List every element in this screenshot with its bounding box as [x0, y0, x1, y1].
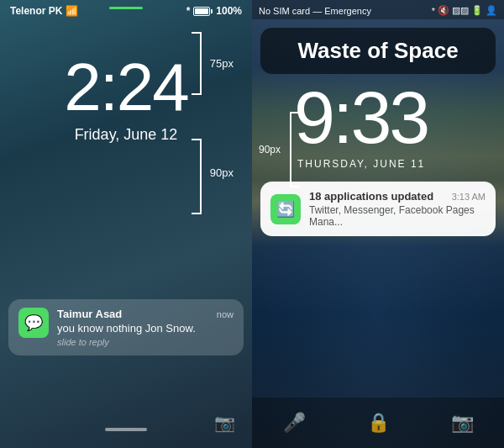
- right-brace-90: [290, 112, 300, 187]
- notif-sender: Taimur Asad: [57, 308, 122, 320]
- battery-icon-right: 🔋: [471, 5, 483, 16]
- notif-header: Taimur Asad now: [57, 308, 234, 320]
- right-notif-header: 18 applications updated 3:13 AM: [309, 190, 486, 203]
- battery-icon: [193, 7, 213, 16]
- left-date: Friday, June 12: [0, 126, 252, 144]
- wifi-icon: 📶: [66, 5, 78, 17]
- app-banner: Waste of Space: [260, 28, 496, 74]
- carrier-label: Telenor PK: [10, 5, 62, 17]
- app-title: Waste of Space: [274, 38, 482, 64]
- right-content: Waste of Space 90px 9:33 THURSDAY, JUNE …: [252, 28, 504, 236]
- right-notif-time: 3:13 AM: [452, 192, 486, 202]
- right-annotation-90: 90px: [259, 144, 281, 155]
- left-status-right: * 100%: [186, 5, 242, 17]
- no-sim-label: No SIM card — Emergency: [259, 6, 371, 16]
- message-app-icon: 💬: [18, 308, 49, 338]
- left-status-bar: Telenor PK 📶 * 100%: [0, 0, 252, 20]
- emergency-text: Emergency: [324, 6, 371, 16]
- camera-shortcut-icon[interactable]: 📷: [214, 413, 235, 433]
- right-status-icons: * 🔇 ▨▨ 🔋 👤: [432, 5, 497, 16]
- right-status-bar: No SIM card — Emergency * 🔇 ▨▨ 🔋 👤: [252, 0, 504, 19]
- notif-time: now: [217, 309, 234, 319]
- notif-message: you know nothing Jon Snow.: [57, 322, 234, 335]
- bluetooth-icon-right: *: [432, 6, 435, 16]
- separator: —: [312, 6, 324, 16]
- right-notification[interactable]: 🔄 18 applications updated 3:13 AM Twitte…: [260, 182, 496, 236]
- right-date: THURSDAY, JUNE 11: [294, 158, 504, 170]
- battery-percent: 100%: [216, 5, 242, 17]
- right-bottom-bar: 🎤 🔒 📷: [252, 398, 504, 448]
- left-phone: Telenor PK 📶 * 100% 2:24 Friday, June 12…: [0, 0, 252, 448]
- right-time: 9:33: [294, 81, 504, 155]
- brace-75: [192, 32, 202, 95]
- annotation-90px: 90px: [210, 166, 234, 179]
- left-status-left: Telenor PK 📶: [10, 5, 78, 17]
- app-store-icon: 🔄: [270, 194, 301, 224]
- right-phone: No SIM card — Emergency * 🔇 ▨▨ 🔋 👤 Waste…: [252, 0, 504, 448]
- bluetooth-icon: *: [186, 5, 191, 17]
- notification-content: Taimur Asad now you know nothing Jon Sno…: [57, 308, 234, 347]
- signal-bars: ▨▨: [452, 5, 469, 16]
- camera-icon[interactable]: 📷: [451, 412, 474, 434]
- mic-icon[interactable]: 🎤: [283, 412, 306, 434]
- notification-bubble[interactable]: 💬 Taimur Asad now you know nothing Jon S…: [8, 299, 244, 356]
- status-indicator: [109, 7, 143, 9]
- right-notif-title: 18 applications updated: [309, 190, 433, 203]
- right-notif-content: 18 applications updated 3:13 AM Twitter,…: [309, 190, 486, 228]
- avatar-icon[interactable]: 👤: [486, 5, 497, 16]
- no-sim-text: No SIM card: [259, 6, 310, 16]
- right-notif-message: Twitter, Messenger, Facebook Pages Mana.…: [309, 204, 486, 228]
- annotation-75px: 75px: [210, 57, 234, 70]
- volume-icon: 🔇: [438, 5, 449, 16]
- notif-reply-hint: slide to reply: [57, 337, 234, 347]
- lock-icon[interactable]: 🔒: [367, 412, 390, 434]
- brace-90: [192, 139, 202, 214]
- home-indicator[interactable]: [105, 428, 147, 431]
